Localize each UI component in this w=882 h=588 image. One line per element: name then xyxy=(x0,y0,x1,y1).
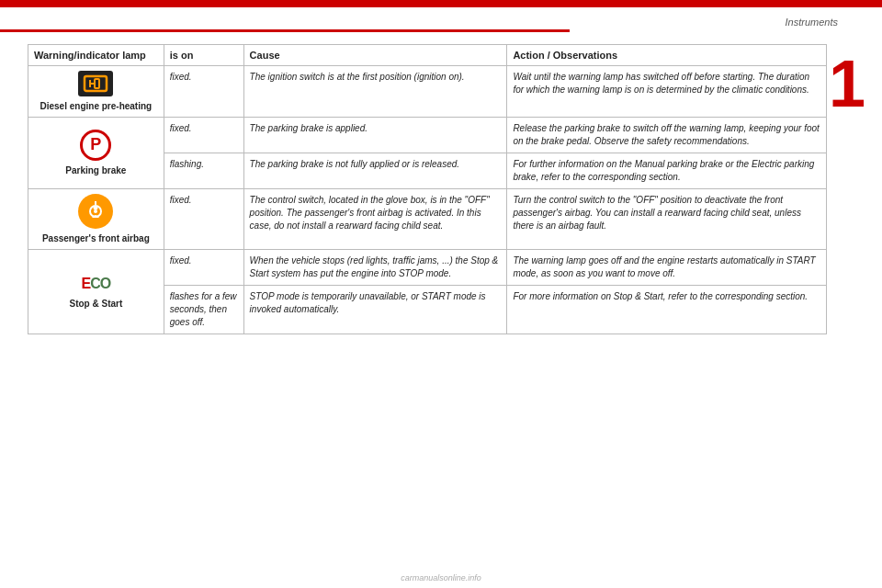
cause-cell: The parking brake is applied. xyxy=(243,118,507,153)
table-row: ECO Stop & Start fixed.When the vehicle … xyxy=(28,250,827,286)
lamp-cell: ECO Stop & Start xyxy=(28,250,164,334)
lamp-icon: ECO Stop & Start xyxy=(34,274,158,310)
col-header-action: Action / Observations xyxy=(507,45,827,66)
lamp-icon: Diesel engine pre-heating xyxy=(34,71,158,112)
table-row: P Parking brake fixed.The parking brake … xyxy=(28,118,827,153)
ison-cell: flashes for a few seconds, then goes off… xyxy=(164,286,243,334)
action-cell: Turn the control switch to the "OFF" pos… xyxy=(507,189,827,250)
cause-cell: When the vehicle stops (red lights, traf… xyxy=(243,250,507,286)
cause-cell: The ignition switch is at the first posi… xyxy=(243,66,507,118)
top-red-bar xyxy=(0,0,882,7)
lamp-name: Parking brake xyxy=(65,164,126,176)
lamp-cell: P Parking brake xyxy=(28,118,164,189)
lamp-icon: Passenger's front airbag xyxy=(34,194,158,244)
col-header-ison: is on xyxy=(164,45,243,66)
action-cell: Wait until the warning lamp has switched… xyxy=(507,66,827,118)
watermark-text: carmanualsonline.info xyxy=(0,573,882,582)
lamp-name: Stop & Start xyxy=(69,298,122,310)
action-cell: The warning lamp goes off and the engine… xyxy=(507,250,827,286)
red-accent-line xyxy=(0,29,570,32)
lamp-name: Passenger's front airbag xyxy=(42,232,150,244)
main-table-container: Warning/indicator lamp is on Cause Actio… xyxy=(28,44,827,560)
action-cell: For more information on Stop & Start, re… xyxy=(507,286,827,334)
ison-cell: fixed. xyxy=(164,189,243,250)
svg-point-7 xyxy=(94,209,97,213)
section-label: Instruments xyxy=(786,17,838,28)
lamp-cell: Diesel engine pre-heating xyxy=(28,66,164,118)
col-header-lamp: Warning/indicator lamp xyxy=(28,45,164,66)
table-header-row: Warning/indicator lamp is on Cause Actio… xyxy=(28,45,827,66)
cause-cell: The control switch, located in the glove… xyxy=(243,189,507,250)
cause-cell: The parking brake is not fully applied o… xyxy=(243,153,507,189)
ison-cell: fixed. xyxy=(164,118,243,153)
lamp-cell: Passenger's front airbag xyxy=(28,189,164,250)
table-row: Diesel engine pre-heating fixed.The igni… xyxy=(28,66,827,118)
action-cell: Release the parking brake to switch off … xyxy=(507,118,827,153)
section-number: 1 xyxy=(829,51,865,117)
warning-lamp-table: Warning/indicator lamp is on Cause Actio… xyxy=(28,44,827,334)
lamp-icon: P Parking brake xyxy=(34,130,158,176)
table-row: Passenger's front airbag fixed.The contr… xyxy=(28,189,827,250)
action-cell: For further information on the Manual pa… xyxy=(507,153,827,189)
lamp-name: Diesel engine pre-heating xyxy=(40,100,153,112)
ison-cell: flashing. xyxy=(164,153,243,189)
cause-cell: STOP mode is temporarily unavailable, or… xyxy=(243,286,507,334)
svg-point-8 xyxy=(94,206,98,210)
col-header-cause: Cause xyxy=(243,45,507,66)
svg-rect-3 xyxy=(95,79,99,88)
ison-cell: fixed. xyxy=(164,250,243,286)
ison-cell: fixed. xyxy=(164,66,243,118)
